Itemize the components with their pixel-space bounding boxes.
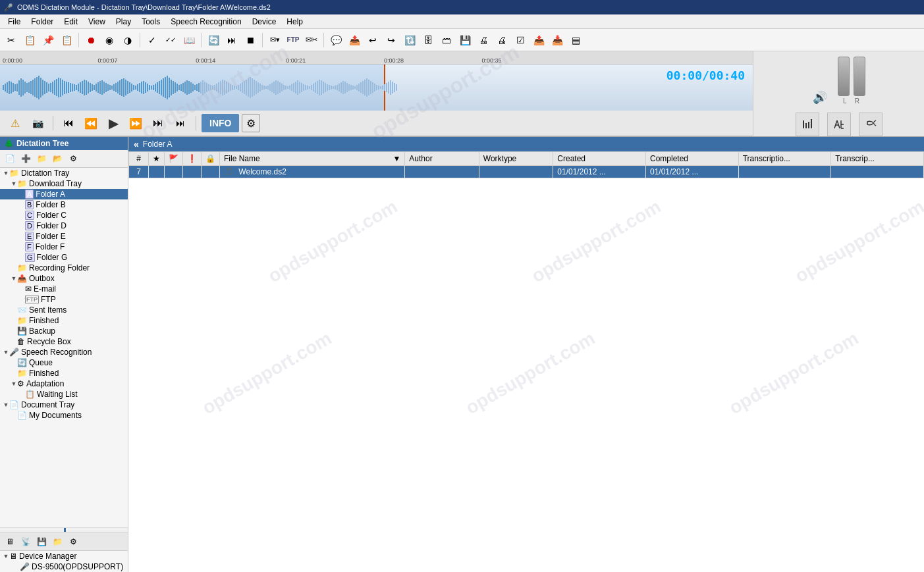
sidebar-item-document-tray[interactable]: ▼ 📄 Document Tray [0,400,128,410]
bottom-btn-1[interactable]: 🖥 [3,534,17,549]
db3-button[interactable]: 💾 [456,32,474,49]
db2-button[interactable]: 🗃 [438,32,455,49]
col-author-header[interactable]: Author [405,152,479,166]
fast-forward-button[interactable]: ⏩ [126,113,146,133]
print2-button[interactable]: 🖨 [493,32,510,49]
skip-back-button[interactable]: ⏮ [59,113,78,133]
sidebar-item-backup[interactable]: 💾 Backup [0,326,128,336]
table-row[interactable]: 7 🎵 Welcome.ds2 01/01/2012 ... [129,166,924,178]
stop-button[interactable]: ⏹ [242,32,259,49]
refresh2-button[interactable]: 🔃 [401,32,418,49]
sidebar-item-folder-g[interactable]: G Folder G [0,252,128,263]
sidebar-item-folder-f[interactable]: F Folder F [0,242,128,252]
check2-button[interactable]: ☑ [512,32,529,49]
menu-folder[interactable]: Folder [26,16,59,28]
forward-button[interactable]: ↪ [383,32,400,49]
sidebar-item-recycle-box[interactable]: 🗑 Recycle Box [0,336,128,347]
sidebar-folder-button[interactable]: 📁 [34,151,49,166]
camera-button[interactable]: 📷 [28,113,47,133]
paste-special-button[interactable]: 📋 [58,32,75,49]
sidebar-item-ftp[interactable]: FTP FTP [0,294,128,305]
sidebar-item-ds9500[interactable]: 🎤 DS-9500(OPDSUPPORT) [0,561,128,572]
col-filename-header[interactable]: File Name ▼ [220,152,405,166]
col-flag-header[interactable]: 🚩 [165,152,183,166]
sidebar-new-button[interactable]: 📄 [3,151,17,166]
col-worktype-header[interactable]: Worktype [479,152,553,166]
sidebar-add-button[interactable]: ➕ [18,151,33,166]
sidebar-item-download-tray[interactable]: ▼ 📁 Download Tray [0,178,128,189]
col-star-header[interactable]: ★ [149,152,165,166]
print-button[interactable]: 🖨 [475,32,492,49]
skip-forward-button[interactable]: ⏭ [223,32,240,49]
col-lock-header[interactable]: 🔒 [202,152,220,166]
ftp-button[interactable]: FTP [285,32,302,49]
check-button[interactable]: ✓ [144,32,161,49]
sidebar-item-my-documents[interactable]: 📄 My Documents [0,410,128,421]
rewind-button[interactable]: ⏪ [81,113,101,133]
col-priority-header[interactable]: ❗ [183,152,202,166]
cut-button[interactable]: ✂ [3,32,20,49]
menu-view[interactable]: View [83,16,111,28]
speech-button[interactable]: 💬 [327,32,344,49]
skip-last-button[interactable]: ⏭ [171,113,190,133]
sidebar-item-folder-b[interactable]: B Folder B [0,199,128,210]
checkall-button[interactable]: ✓✓ [162,32,179,49]
sidebar-item-device-manager[interactable]: ▼ 🖥 Device Manager [0,551,128,561]
col-completed-header[interactable]: Completed [646,152,739,166]
col-transcription2-header[interactable]: Transcrip... [831,152,924,166]
bottom-btn-3[interactable]: 💾 [34,534,49,549]
bottom-btn-settings[interactable]: ⚙ [66,534,80,549]
sidebar-item-adaptation[interactable]: ▼ ⚙ Adaptation [0,378,128,389]
menu-device[interactable]: Device [247,16,282,28]
settings-button[interactable]: ⚙ [242,114,260,132]
sidebar-item-finished[interactable]: 📁 Finished [0,315,128,326]
menu-speech-recognition[interactable]: Speech Recognition [165,16,246,28]
monitor2-button[interactable]: ◑ [119,32,136,49]
col-transcription-header[interactable]: Transcriptio... [738,152,831,166]
sidebar-item-queue[interactable]: 🔄 Queue [0,357,128,368]
sidebar-item-email[interactable]: ✉ E-mail [0,284,128,294]
menu-tools[interactable]: Tools [136,16,165,28]
export-button[interactable]: 📤 [530,32,547,49]
menu-help[interactable]: Help [281,16,308,28]
sidebar-item-dictation-tray[interactable]: ▼ 📁 Dictation Tray [0,168,128,178]
sidebar-open-button[interactable]: 📂 [50,151,65,166]
menu-play[interactable]: Play [111,16,136,28]
paste-button[interactable]: 📌 [40,32,57,49]
sidebar-item-speech-recognition[interactable]: ▼ 🎤 Speech Recognition [0,347,128,357]
menu-edit[interactable]: Edit [59,16,83,28]
sidebar-item-folder-e[interactable]: E Folder E [0,231,128,242]
sidebar-item-sent-items[interactable]: 📨 Sent Items [0,305,128,315]
refresh-button[interactable]: 🔄 [205,32,222,49]
right-fader[interactable] [854,57,865,96]
info-button[interactable]: INFO [202,114,239,132]
sidebar-item-folder-a[interactable]: A Folder A [0,189,128,199]
off2-button[interactable] [859,113,883,136]
book-button[interactable]: 📖 [180,32,198,49]
db-button[interactable]: 🗄 [420,32,437,49]
alert-button[interactable]: ⚠ [5,113,25,133]
sidebar-item-recording-folder[interactable]: 📁 Recording Folder [0,263,128,273]
monitor-button[interactable]: ◉ [101,32,118,49]
col-num-header[interactable]: # [129,152,149,166]
play-button[interactable]: ▶ [103,113,123,133]
layout-button[interactable]: ▤ [567,32,584,49]
collapse-panel-button[interactable]: « [134,139,139,149]
waveform-body[interactable]: 00:00/00:40 opdsupport.com opdsupport.co… [0,65,753,111]
skip-end-button[interactable]: ⏭ [148,113,168,133]
email-button[interactable]: ✉▾ [266,32,283,49]
off1-button[interactable] [827,113,851,136]
email2-button[interactable]: ✉✂ [303,32,320,49]
sidebar-item-finished-sr[interactable]: 📁 Finished [0,368,128,378]
sidebar-settings-button[interactable]: ⚙ [66,151,80,166]
bottom-btn-2[interactable]: 📡 [18,534,33,549]
back-button[interactable]: ↩ [364,32,381,49]
sidebar-scroll-thumb[interactable] [64,528,66,532]
sidebar-item-folder-c[interactable]: C Folder C [0,210,128,221]
bottom-btn-4[interactable]: 📁 [50,534,65,549]
record-button[interactable]: ⏺ [82,32,99,49]
left-fader[interactable] [838,57,850,96]
col-created-header[interactable]: Created [553,152,646,166]
sidebar-item-waiting-list[interactable]: 📋 Waiting List [0,389,128,400]
send-button[interactable]: 📤 [346,32,363,49]
